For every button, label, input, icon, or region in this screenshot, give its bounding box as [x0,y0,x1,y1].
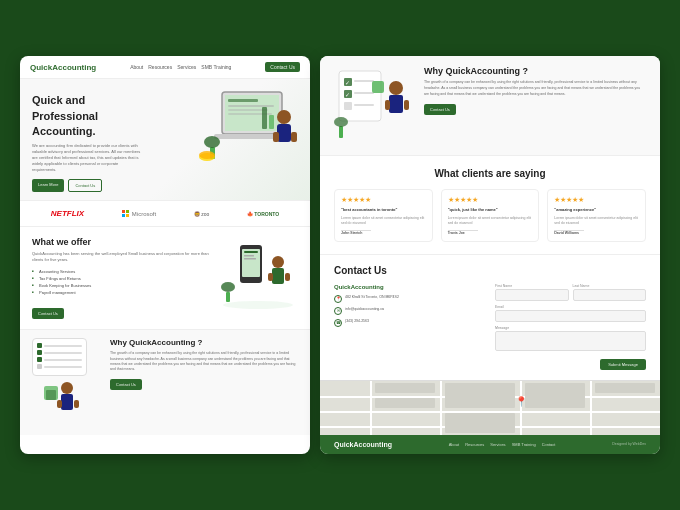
author-1: John Stretch [341,231,426,235]
contact-info: QuickAccounting 📍 482 Khalil St Toronto,… [334,284,485,370]
map-road-v [590,381,592,435]
svg-rect-24 [268,273,273,281]
services-illustration [218,237,298,307]
map-section: 📍 [320,380,660,435]
footer-logo: QuickAccounting [334,441,392,448]
body-3: Lorem ipsum dolor sit amet consectetur a… [554,216,639,226]
hero-section: Quick and Professional Accounting. We ar… [20,79,310,200]
form-message-row: Message [495,326,646,351]
author-2: Travis Joe [448,231,533,235]
svg-rect-45 [389,95,403,113]
message-input[interactable] [495,331,646,351]
why-cta-button[interactable]: Contact Us [110,379,142,390]
nav-about[interactable]: About [130,64,143,70]
svg-rect-37 [354,80,374,82]
form-message-field: Message [495,326,646,351]
footer-link-training[interactable]: SMB Training [512,442,536,447]
map-location-pin: 📍 [515,396,527,407]
svg-point-9 [277,110,291,124]
map-road-v [520,381,522,435]
nav-services[interactable]: Services [177,64,196,70]
map-block [445,383,515,408]
nav-training[interactable]: SMB Training [201,64,231,70]
form-email-field: Email [495,305,646,322]
email-input[interactable] [495,310,646,322]
svg-point-22 [272,256,284,268]
contact-address: 482 Khalil St Toronto, ON M6P4S2 [345,295,399,300]
stars-2: ★★★★★ [448,196,533,204]
map-block [445,413,515,433]
map-block [375,383,435,393]
brand-netflix: NETFLIX [51,209,84,218]
contact-heading: Contact Us [334,265,646,276]
svg-rect-7 [269,115,274,129]
svg-rect-41 [354,104,374,106]
hero-learn-more-button[interactable]: Learn More [32,179,64,192]
footer-link-services[interactable]: Services [490,442,505,447]
footer-link-contact[interactable]: Contact [542,442,556,447]
check-4 [37,364,42,369]
brands-section: NETFLIX Microsoft 🦁 zoo 🍁 TORONTO [20,200,310,227]
why-right-section: ✓ ✓ Why QuickAccounting ? The growth of … [320,56,660,155]
svg-rect-11 [273,132,279,142]
hero-contact-button[interactable]: Contact Us [68,179,102,192]
form-lastname-field: Last Name [573,284,647,301]
why-right-cta-button[interactable]: Contact Us [424,104,456,115]
services-cta-button[interactable]: Contact Us [32,308,64,319]
svg-rect-34 [46,390,56,400]
map-block [595,383,655,393]
svg-point-29 [61,382,73,394]
contact-company: QuickAccounting [334,284,485,290]
checklist-card [32,338,87,376]
footer-link-resources[interactable]: Resources [465,442,484,447]
contact-phone-item: ☎ (343) 294-2563 [334,319,485,327]
why-description: The growth of a company can be enhanced … [110,351,298,372]
svg-rect-12 [291,132,297,142]
contact-address-item: 📍 482 Khalil St Toronto, ON M6P4S2 [334,295,485,303]
check-3 [37,357,42,362]
service-item-1: Accounting Services [32,268,210,275]
stars-1: ★★★★★ [341,196,426,204]
right-panel: ✓ ✓ Why QuickAccounting ? The growth of … [320,56,660,453]
location-icon: 📍 [334,295,342,303]
svg-point-27 [221,282,235,292]
hero-description: We are accounting firm dedicated to prov… [32,143,142,173]
services-text: What we offer QuickAccounting has been s… [32,237,210,319]
submit-button[interactable]: Submit Message [600,359,646,370]
form-name-row: First Name Last Name [495,284,646,301]
svg-rect-3 [228,105,274,107]
svg-rect-46 [385,100,390,110]
check-1 [37,343,42,348]
laptop-svg [192,87,302,167]
svg-rect-32 [74,400,79,408]
testimonial-card-2: ★★★★★ "quick, just like the name" Lorem … [441,189,540,241]
why-right-heading: Why QuickAccounting ? [424,66,646,76]
svg-rect-48 [372,81,384,93]
stars-3: ★★★★★ [554,196,639,204]
form-email-row: Email [495,305,646,322]
contact-phone: (343) 294-2563 [345,319,369,324]
footer-link-about[interactable]: About [449,442,459,447]
svg-point-28 [223,301,293,309]
lastname-input[interactable] [573,289,647,301]
left-panel: QuickAccounting About Resources Services… [20,56,310,453]
firstname-input[interactable] [495,289,569,301]
why-right-illustration: ✓ ✓ [334,66,414,145]
body-1: Lorem ipsum dolor sit amet consectetur a… [341,216,426,226]
svg-rect-25 [285,273,290,281]
microsoft-icon [122,210,130,218]
svg-point-16 [199,151,215,159]
firstname-label: First Name [495,284,569,288]
email-label: Email [495,305,646,309]
nav-cta-button[interactable]: Contact Us [265,62,300,72]
hero-heading: Quick and Professional Accounting. [32,93,142,139]
services-svg [218,237,298,312]
testimonials-heading: What clients are saying [334,168,646,179]
map-road-v [370,381,372,435]
svg-rect-23 [272,268,284,284]
nav-resources[interactable]: Resources [148,64,172,70]
email-icon: ✉ [334,307,342,315]
svg-rect-26 [226,292,230,302]
form-firstname-field: First Name [495,284,569,301]
check-2 [37,350,42,355]
